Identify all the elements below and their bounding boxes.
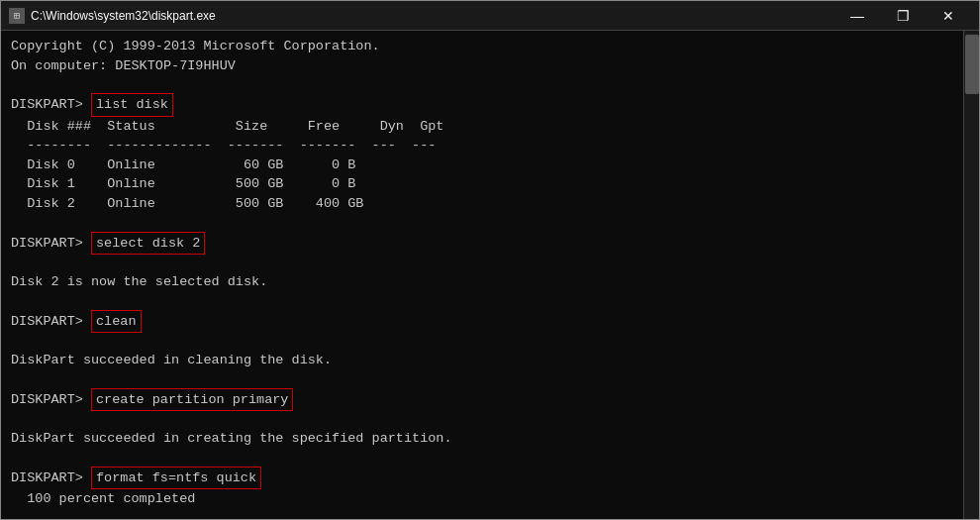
restore-button[interactable]: ❐ [880,1,926,31]
window-controls: — ❐ ✕ [834,1,971,31]
prompt-3: DISKPART> [11,312,91,332]
cmd-line-3: DISKPART> clean [11,310,953,334]
scrollbar-thumb[interactable] [965,35,979,94]
title-bar: ⊞ C:\Windows\system32\diskpart.exe — ❐ ✕ [1,1,979,31]
cmd-box-3: clean [91,310,142,334]
disk2-line: Disk 2 Online 500 GB 400 GB [11,194,953,214]
prompt-5: DISKPART> [11,468,91,488]
app-icon: ⊞ [9,8,25,24]
cmd-line-5: DISKPART> format fs=ntfs quick [11,467,953,490]
result-4: DiskPart succeeded in creating the speci… [11,429,953,449]
minimize-button[interactable]: — [834,1,880,31]
cmd-box-5: format fs=ntfs quick [91,467,261,490]
prompt-4: DISKPART> [11,390,91,410]
result-3: DiskPart succeeded in cleaning the disk. [11,351,953,370]
cmd-box-1: list disk [91,93,173,117]
console-output: Copyright (C) 1999-2013 Microsoft Corpor… [1,31,963,519]
disk0-line: Disk 0 Online 60 GB 0 B [11,156,953,175]
result-2: Disk 2 is now the selected disk. [11,272,953,292]
window-title: C:\Windows\system32\diskpart.exe [31,9,834,23]
table-header: Disk ### Status Size Free Dyn Gpt [11,117,953,137]
cmd-line-4: DISKPART> create partition primary [11,388,953,412]
result-5: 100 percent completed [11,489,953,509]
copyright-line: Copyright (C) 1999-2013 Microsoft Corpor… [11,37,953,56]
table-sep: -------- ------------- ------- ------- -… [11,136,953,156]
prompt-1: DISKPART> [11,95,91,115]
console-wrapper: Copyright (C) 1999-2013 Microsoft Corpor… [1,31,979,519]
scrollbar[interactable] [963,31,979,519]
cmd-box-2: select disk 2 [91,232,205,256]
window: ⊞ C:\Windows\system32\diskpart.exe — ❐ ✕… [0,0,980,520]
cmd-line-2: DISKPART> select disk 2 [11,232,953,256]
computer-line: On computer: DESKTOP-7I9HHUV [11,56,953,76]
close-button[interactable]: ✕ [926,1,971,31]
prompt-2: DISKPART> [11,234,91,254]
cmd-box-4: create partition primary [91,388,293,412]
disk1-line: Disk 1 Online 500 GB 0 B [11,174,953,194]
cmd-line-1: DISKPART> list disk [11,93,953,117]
